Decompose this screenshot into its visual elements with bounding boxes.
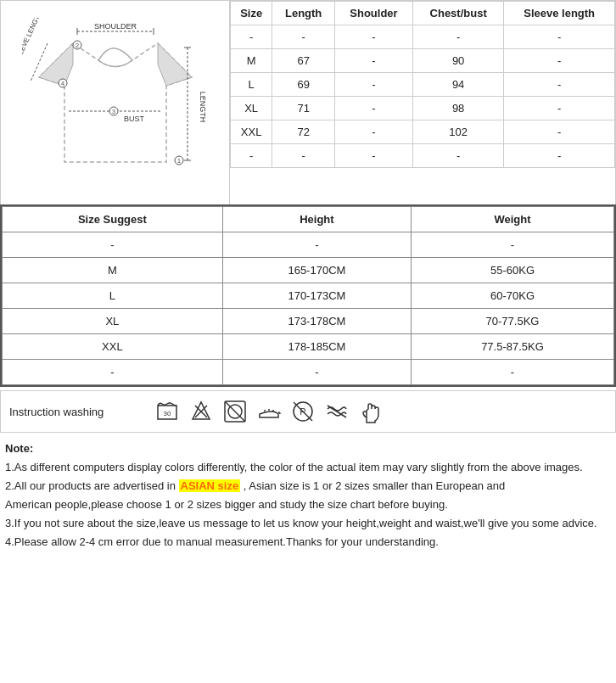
note-1: 1.As different computers display colors … xyxy=(5,458,611,477)
no-tumble-dry-icon xyxy=(221,398,249,425)
svg-text:1: 1 xyxy=(176,157,181,165)
svg-text:3: 3 xyxy=(111,108,115,115)
col-header-chest: Chest/bust xyxy=(413,2,504,25)
col-header-length: Length xyxy=(272,2,335,25)
col-header-size: Size xyxy=(231,2,272,25)
table-row: ----- xyxy=(231,144,615,168)
note-3: 3.If you not sure about the size,leave u… xyxy=(5,514,611,533)
svg-text:4: 4 xyxy=(60,80,64,87)
notes-section: Note: 1.As different computers display c… xyxy=(0,433,616,559)
table-row: XL71-98- xyxy=(231,97,615,120)
table-row: XXL72-102- xyxy=(231,120,615,144)
table-row: XXL178-185CM77.5-87.5KG xyxy=(3,334,614,360)
note-2: 2.All our products are advertised in ASI… xyxy=(5,477,611,514)
col-header-sleeve: Sleeve length xyxy=(504,2,615,25)
tshirt-diagram: SHOULDER 2 SLEEVE LENGTH 4 LENGTH 1 3 BU… xyxy=(22,18,209,188)
table-row: M67-90- xyxy=(231,49,615,73)
suggest-col-size: Size Suggest xyxy=(3,207,223,232)
table-row: XL173-178CM70-77.5KG xyxy=(3,309,614,334)
suggest-table: Size Suggest Height Weight ---M165-170CM… xyxy=(2,206,614,385)
wash-icon: 30 xyxy=(154,398,181,425)
svg-text:LENGTH: LENGTH xyxy=(199,92,207,123)
table-row: --- xyxy=(3,232,614,258)
size-table-area: Size Length Shoulder Chest/bust Sleeve l… xyxy=(230,1,615,204)
asian-size-highlight: ASIAN size xyxy=(179,479,241,492)
iron-icon xyxy=(255,398,283,425)
table-row: ----- xyxy=(231,25,615,49)
suggest-col-height: Height xyxy=(222,207,411,232)
table-row: --- xyxy=(3,360,614,385)
table-row: L69-94- xyxy=(231,73,615,97)
table-row: M165-170CM55-60KG xyxy=(3,258,614,283)
table-row: L170-173CM60-70KG xyxy=(3,283,614,309)
suggest-col-weight: Weight xyxy=(412,207,614,232)
svg-text:SHOULDER: SHOULDER xyxy=(93,22,137,31)
washing-icons: 30 xyxy=(154,398,384,425)
top-section: SHOULDER 2 SLEEVE LENGTH 4 LENGTH 1 3 BU… xyxy=(0,0,616,204)
svg-text:SLEEVE LENGTH: SLEEVE LENGTH xyxy=(22,18,43,64)
no-wring-icon xyxy=(323,398,350,425)
col-header-shoulder: Shoulder xyxy=(334,2,412,25)
note-title: Note: xyxy=(5,439,611,458)
no-bleach-icon xyxy=(188,398,215,425)
note-4: 4.Please allow 2-4 cm error due to manua… xyxy=(5,533,611,551)
size-table: Size Length Shoulder Chest/bust Sleeve l… xyxy=(230,1,615,168)
svg-text:BUST: BUST xyxy=(124,115,145,123)
suggest-section: Size Suggest Height Weight ---M165-170CM… xyxy=(0,204,616,387)
no-dry-clean-icon: P xyxy=(289,398,316,425)
diagram-area: SHOULDER 2 SLEEVE LENGTH 4 LENGTH 1 3 BU… xyxy=(1,1,230,204)
washing-section: Instruction washing 30 xyxy=(0,390,616,433)
svg-text:30: 30 xyxy=(164,410,171,417)
washing-label: Instruction washing xyxy=(9,406,145,418)
hand-wash-icon xyxy=(357,398,384,425)
svg-text:2: 2 xyxy=(75,42,79,49)
